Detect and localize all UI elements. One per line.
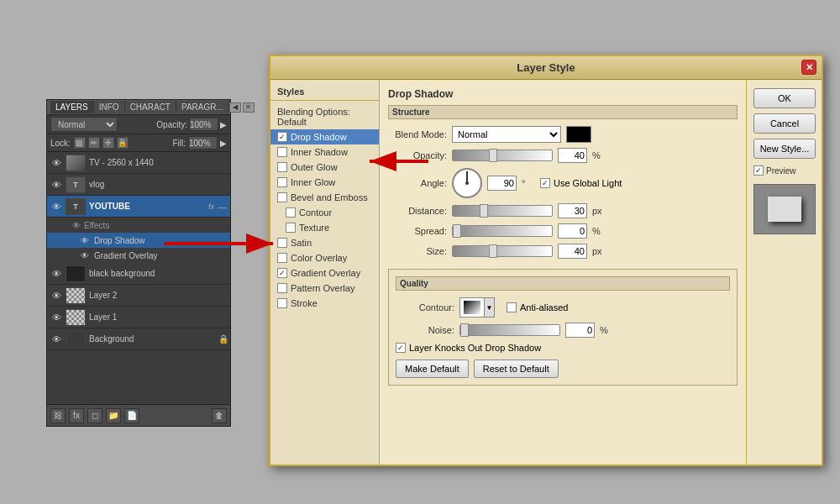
lock-position-icon[interactable]: ✛	[102, 137, 114, 149]
style-item-satin[interactable]: Satin	[270, 235, 379, 250]
inner-glow-checkbox[interactable]	[277, 177, 287, 187]
add-mask-btn[interactable]: ◻	[87, 408, 102, 423]
style-item-bevel-emboss[interactable]: Bevel and Emboss	[270, 190, 379, 205]
style-item-stroke[interactable]: Stroke	[270, 296, 379, 311]
angle-dial[interactable]	[452, 168, 482, 198]
bevel-emboss-checkbox[interactable]	[277, 192, 287, 202]
style-item-blending-options[interactable]: Blending Options: Default	[270, 104, 379, 129]
red-arrow-2	[361, 144, 437, 178]
dialog-close-btn[interactable]: ✕	[801, 60, 816, 75]
angle-label: Angle:	[388, 178, 447, 188]
opacity-slider[interactable]	[452, 150, 553, 161]
tab-info[interactable]: INFO	[94, 101, 125, 113]
tab-layers[interactable]: LAYERS	[50, 101, 94, 113]
layer-item-vlog[interactable]: 👁 T vlog	[47, 174, 230, 196]
distance-slider[interactable]	[452, 205, 553, 217]
lock-transparent-icon[interactable]: ▨	[74, 137, 86, 149]
lock-icons: ▨ ✏ ✛ 🔒	[74, 137, 129, 149]
noise-slider[interactable]	[459, 324, 560, 336]
create-group-btn[interactable]: 📁	[106, 408, 121, 423]
noise-row: Noise: %	[396, 323, 730, 338]
layer-item-black-bg[interactable]: 👁 black background	[47, 263, 230, 285]
layer-item-tv[interactable]: 👁 TV - 2560 x 1440	[47, 152, 230, 174]
blend-mode-dropdown[interactable]: Normal Multiply Screen	[452, 126, 561, 143]
contour-checkbox[interactable]	[286, 207, 296, 218]
noise-value-input[interactable]	[565, 323, 595, 338]
size-value-input[interactable]	[558, 244, 587, 259]
panel-minimize-btn[interactable]: ◀	[229, 102, 241, 113]
style-item-drop-shadow[interactable]: ✓ Drop Shadow	[270, 129, 379, 144]
style-item-contour[interactable]: Contour	[270, 205, 379, 220]
texture-checkbox[interactable]	[286, 223, 296, 233]
inner-shadow-checkbox[interactable]	[277, 147, 287, 157]
layer-knocks-out-checkbox[interactable]	[396, 343, 406, 353]
tab-charact[interactable]: CHARACT	[125, 101, 176, 113]
link-layers-btn[interactable]: ⛓	[50, 408, 66, 423]
bottom-buttons-row: Make Default Reset to Default	[396, 360, 730, 378]
preview-label: Preview	[766, 166, 796, 176]
fill-arrow[interactable]: ▶	[220, 139, 227, 148]
size-slider[interactable]	[452, 245, 553, 257]
visibility-icon-tv[interactable]: 👁	[50, 157, 62, 169]
visibility-icon-layer1[interactable]: 👁	[50, 312, 62, 323]
tab-paragr[interactable]: PARAGR...	[176, 101, 229, 113]
effects-eye-icon[interactable]: 👁	[72, 221, 81, 230]
fill-input[interactable]	[188, 136, 218, 150]
visibility-icon-vlog[interactable]: 👁	[50, 179, 62, 191]
global-light-checkbox[interactable]	[540, 178, 550, 188]
drop-shadow-checkbox[interactable]: ✓	[277, 132, 287, 142]
pattern-overlay-label: Pattern Overlay	[291, 283, 354, 293]
style-item-texture[interactable]: Texture	[270, 220, 379, 235]
lock-icon-background: 🔒	[218, 334, 227, 344]
layer-item-layer2[interactable]: 👁 Layer 2	[47, 285, 230, 307]
gradient-overlay-checkbox[interactable]: ✓	[277, 268, 287, 278]
spread-value-input[interactable]	[558, 223, 587, 239]
style-item-gradient-overlay[interactable]: ✓ Gradient Overlay	[270, 265, 379, 281]
outer-glow-checkbox[interactable]	[277, 162, 287, 172]
visibility-icon-layer2[interactable]: 👁	[50, 290, 62, 302]
visibility-icon-black-bg[interactable]: 👁	[50, 268, 62, 280]
contour-dropdown-btn[interactable]: ▼	[485, 297, 495, 318]
shadow-color-swatch[interactable]	[566, 126, 591, 143]
layer-delete-icon[interactable]: —	[218, 202, 227, 212]
layer-name-youtube: YOUTUBE	[89, 202, 205, 211]
layer-item-layer1[interactable]: 👁 Layer 1	[47, 307, 230, 328]
opacity-arrow[interactable]: ▶	[220, 120, 227, 129]
stroke-checkbox[interactable]	[277, 298, 287, 308]
blend-mode-select[interactable]: Normal	[50, 117, 118, 132]
layer-item-background[interactable]: 👁 Background 🔒	[47, 328, 230, 350]
style-item-color-overlay[interactable]: Color Overlay	[270, 250, 379, 265]
spread-slider[interactable]	[452, 225, 553, 237]
layer-thumb-tv	[66, 155, 86, 171]
ok-btn[interactable]: OK	[753, 88, 816, 108]
visibility-icon-background[interactable]: 👁	[50, 333, 62, 345]
spread-unit: %	[592, 226, 606, 236]
style-item-pattern-overlay[interactable]: Pattern Overlay	[270, 281, 379, 296]
dialog-title: Layer Style	[517, 61, 575, 74]
distance-value-input[interactable]	[558, 203, 587, 218]
angle-row: Angle: ° Use Global Light	[388, 168, 738, 198]
gradient-overlay-eye[interactable]: 👁	[81, 251, 91, 260]
reset-to-default-btn[interactable]: Reset to Default	[474, 360, 559, 378]
lock-image-icon[interactable]: ✏	[88, 137, 100, 149]
layer-fx-icon[interactable]: fx	[208, 202, 214, 211]
cancel-btn[interactable]: Cancel	[753, 113, 816, 134]
visibility-icon-youtube[interactable]: 👁	[50, 201, 62, 213]
pattern-overlay-checkbox[interactable]	[277, 283, 287, 293]
opacity-value-input[interactable]	[558, 148, 587, 163]
create-layer-btn[interactable]: 📄	[124, 408, 139, 423]
make-default-btn[interactable]: Make Default	[396, 360, 469, 378]
preview-checkbox[interactable]	[753, 165, 764, 176]
angle-value-input[interactable]	[487, 176, 517, 191]
opacity-input[interactable]	[189, 118, 218, 131]
delete-layer-btn[interactable]: 🗑	[212, 408, 227, 423]
layers-titlebar: LAYERS INFO CHARACT PARAGR... ◀ ✕	[47, 100, 230, 115]
new-style-btn[interactable]: New Style...	[753, 139, 816, 159]
anti-aliased-checkbox[interactable]	[507, 302, 517, 312]
panel-close-btn[interactable]: ✕	[243, 102, 255, 113]
contour-thumbnail[interactable]	[459, 297, 485, 318]
add-style-btn[interactable]: fx	[69, 408, 84, 423]
lock-all-icon[interactable]: 🔒	[117, 137, 129, 149]
drop-shadow-eye[interactable]: 👁	[81, 236, 91, 245]
layer-item-youtube[interactable]: 👁 T YOUTUBE fx —	[47, 196, 230, 218]
